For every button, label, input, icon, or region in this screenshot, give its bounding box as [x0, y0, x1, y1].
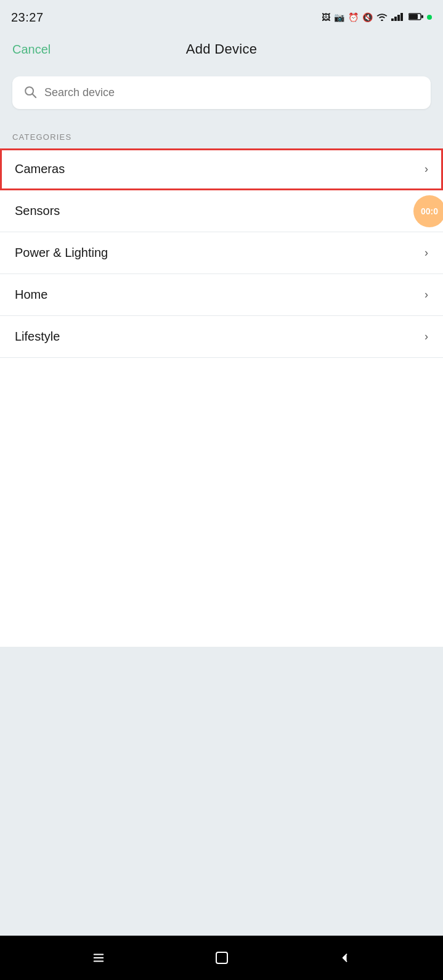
- chevron-icon-power-lighting: ›: [425, 246, 428, 259]
- page-title: Add Device: [186, 41, 258, 57]
- categories-label-section: CATEGORIES: [0, 121, 443, 148]
- back-button[interactable]: [339, 952, 351, 964]
- recent-apps-button[interactable]: [92, 951, 105, 965]
- category-label-sensors: Sensors: [15, 204, 60, 218]
- signal-icon: [391, 12, 405, 23]
- chevron-icon-cameras: ›: [425, 163, 428, 176]
- category-item-cameras[interactable]: Cameras ›: [0, 148, 443, 190]
- category-label-lifestyle: Lifestyle: [15, 330, 60, 344]
- svg-rect-10: [94, 954, 104, 955]
- svg-rect-6: [409, 14, 418, 19]
- svg-rect-4: [400, 13, 403, 21]
- cancel-button[interactable]: Cancel: [12, 43, 51, 57]
- svg-point-0: [381, 19, 383, 21]
- status-time: 23:27: [11, 10, 44, 25]
- category-label-cameras: Cameras: [15, 162, 65, 176]
- video-icon: 📷: [334, 12, 344, 22]
- svg-rect-7: [421, 15, 423, 18]
- timer-badge: 00:0: [413, 195, 443, 227]
- category-label-power-lighting: Power & Lighting: [15, 246, 108, 260]
- categories-label: CATEGORIES: [12, 132, 71, 142]
- svg-rect-3: [397, 15, 400, 21]
- nav-header: Cancel Add Device: [0, 32, 443, 71]
- battery-icon: [408, 12, 423, 23]
- svg-rect-11: [94, 957, 104, 958]
- photo-icon: 🖼: [322, 12, 330, 22]
- android-nav-bar: [0, 936, 443, 980]
- chevron-icon-home: ›: [425, 288, 428, 301]
- category-item-sensors[interactable]: Sensors › 00:0: [0, 190, 443, 232]
- search-section: [0, 71, 443, 121]
- chevron-icon-lifestyle: ›: [425, 330, 428, 343]
- search-input[interactable]: [44, 86, 420, 99]
- svg-rect-1: [391, 18, 394, 21]
- svg-line-9: [33, 94, 36, 98]
- status-icons: 🖼 📷 ⏰ 🔇: [322, 12, 432, 23]
- svg-rect-2: [394, 17, 397, 21]
- svg-rect-12: [94, 961, 104, 962]
- category-item-lifestyle[interactable]: Lifestyle ›: [0, 316, 443, 358]
- category-label-home: Home: [15, 288, 47, 302]
- category-item-home[interactable]: Home ›: [0, 274, 443, 316]
- alarm-icon: ⏰: [348, 12, 359, 22]
- home-button[interactable]: [214, 950, 229, 965]
- search-icon: [23, 85, 37, 100]
- category-item-power-lighting[interactable]: Power & Lighting ›: [0, 232, 443, 274]
- status-bar: 23:27 🖼 📷 ⏰ 🔇: [0, 0, 443, 32]
- mute-icon: 🔇: [362, 12, 373, 22]
- search-box[interactable]: [12, 76, 431, 109]
- bottom-area: [0, 647, 443, 936]
- svg-rect-13: [216, 952, 227, 963]
- wifi-icon: [376, 12, 388, 23]
- category-list: Cameras › Sensors › 00:0 Power & Lightin…: [0, 148, 443, 647]
- green-dot: [427, 15, 432, 20]
